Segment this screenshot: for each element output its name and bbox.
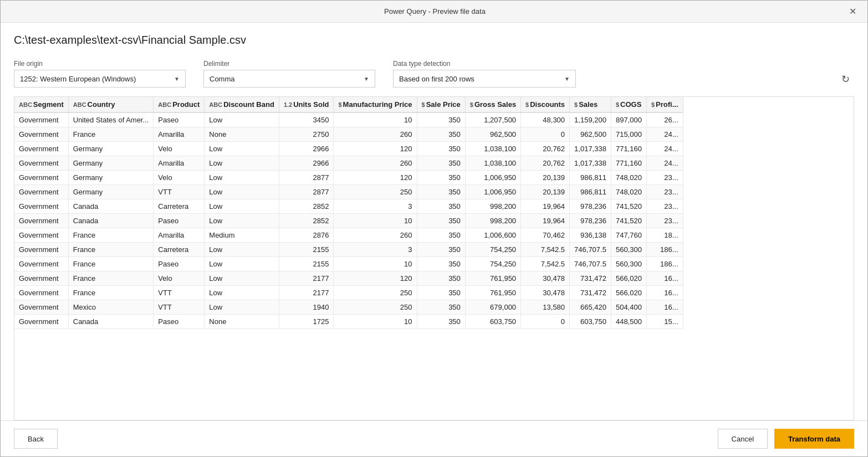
table-cell-7-7: 998,200 [465,214,520,228]
table-cell-2-5: 120 [334,142,417,156]
col-header-discounts[interactable]: $ Discounts [521,97,570,112]
table-cell-8-5: 260 [334,228,417,243]
table-cell-6-6: 350 [417,199,465,214]
table-cell-6-0: Government [14,199,68,214]
footer-right-buttons: Cancel Transform data [718,429,854,449]
table-cell-8-7: 1,006,600 [465,228,520,243]
table-row: GovernmentGermanyVTTLow28772503501,006,9… [14,185,683,199]
table-cell-14-1: Canada [68,315,154,329]
table-cell-4-1: Germany [68,171,154,185]
table-cell-8-9: 936,138 [570,228,611,243]
table-cell-13-0: Government [14,300,68,315]
table-cell-10-5: 10 [334,257,417,271]
table-cell-8-0: Government [14,228,68,243]
table-cell-13-2: VTT [154,300,205,315]
table-cell-2-0: Government [14,142,68,156]
table-cell-1-1: France [68,127,154,142]
col-label-product: Product [172,100,200,109]
table-cell-1-5: 260 [334,127,417,142]
table-cell-6-2: Carretera [154,199,205,214]
table-cell-13-6: 350 [417,300,465,315]
file-origin-select[interactable]: 1252: Western European (Windows) ▼ [14,70,186,88]
close-button[interactable]: ✕ [847,7,859,16]
data-table: ABC SegmentABC CountryABC ProductABC Dis… [14,97,683,329]
delimiter-label: Delimiter [203,60,375,68]
table-cell-12-2: VTT [154,286,205,300]
back-button[interactable]: Back [14,429,58,449]
delimiter-value: Comma [210,75,235,83]
table-cell-14-4: 1725 [279,315,334,329]
table-cell-2-10: 771,160 [611,142,646,156]
table-cell-14-7: 603,750 [465,315,520,329]
table-cell-11-3: Low [205,271,279,286]
col-header-sales[interactable]: $ Sales [570,97,611,112]
table-cell-2-8: 20,762 [521,142,570,156]
col-header-profit[interactable]: $ Profi... [646,97,683,112]
data-table-container[interactable]: ABC SegmentABC CountryABC ProductABC Dis… [14,96,854,420]
col-header-units_sold[interactable]: 1.2 Units Sold [279,97,334,112]
table-cell-9-10: 560,300 [611,243,646,257]
table-cell-10-1: France [68,257,154,271]
table-cell-5-3: Low [205,185,279,199]
table-cell-10-8: 7,542.5 [521,257,570,271]
title-bar: Power Query - Preview file data ✕ [1,1,867,23]
col-header-segment[interactable]: ABC Segment [14,97,68,112]
table-cell-0-4: 3450 [279,112,334,127]
table-cell-4-0: Government [14,171,68,185]
table-cell-11-11: 16... [646,271,683,286]
controls-row: File origin 1252: Western European (Wind… [14,60,854,88]
table-cell-11-4: 2177 [279,271,334,286]
table-cell-11-9: 731,472 [570,271,611,286]
table-cell-12-3: Low [205,286,279,300]
col-label-sales: Sales [579,100,598,109]
table-cell-6-4: 2852 [279,199,334,214]
data-type-select[interactable]: Based on first 200 rows ▼ [393,70,576,88]
table-cell-3-6: 350 [417,156,465,171]
table-cell-2-4: 2966 [279,142,334,156]
table-row: GovernmentFranceVeloLow2177120350761,950… [14,271,683,286]
cancel-button[interactable]: Cancel [718,429,768,449]
col-header-cogs[interactable]: $ COGS [611,97,646,112]
table-cell-11-0: Government [14,271,68,286]
transform-button[interactable]: Transform data [774,429,854,449]
table-cell-8-2: Amarilla [154,228,205,243]
table-row: GovernmentFranceAmarillaMedium2876260350… [14,228,683,243]
col-header-country[interactable]: ABC Country [68,97,154,112]
table-cell-0-0: Government [14,112,68,127]
col-header-mfg_price[interactable]: $ Manufacturing Price [334,97,417,112]
table-cell-0-2: Paseo [154,112,205,127]
table-cell-7-6: 350 [417,214,465,228]
table-cell-1-7: 962,500 [465,127,520,142]
col-type-icon-units_sold: 1.2 [284,101,292,108]
col-header-sale_price[interactable]: $ Sale Price [417,97,465,112]
table-cell-10-2: Paseo [154,257,205,271]
file-origin-chevron: ▼ [174,76,180,82]
table-cell-4-4: 2877 [279,171,334,185]
col-header-discount_band[interactable]: ABC Discount Band [205,97,279,112]
file-origin-label: File origin [14,60,186,68]
col-header-product[interactable]: ABC Product [154,97,205,112]
table-cell-0-8: 48,300 [521,112,570,127]
delimiter-select[interactable]: Comma ▼ [203,70,375,88]
file-path: C:\test-examples\text-csv\Financial Samp… [14,34,854,47]
table-cell-10-6: 350 [417,257,465,271]
table-row: GovernmentCanadaPaseoNone172510350603,75… [14,315,683,329]
table-cell-14-11: 15... [646,315,683,329]
table-row: GovernmentMexicoVTTLow1940250350679,0001… [14,300,683,315]
table-cell-7-3: Low [205,214,279,228]
table-cell-8-8: 70,462 [521,228,570,243]
table-cell-9-1: France [68,243,154,257]
refresh-button[interactable]: ↻ [837,71,854,88]
table-cell-2-11: 24... [646,142,683,156]
col-header-gross_sales[interactable]: $ Gross Sales [465,97,520,112]
table-cell-8-1: France [68,228,154,243]
table-cell-2-2: Velo [154,142,205,156]
table-row: GovernmentCanadaCarreteraLow28523350998,… [14,199,683,214]
table-cell-7-5: 10 [334,214,417,228]
table-cell-14-10: 448,500 [611,315,646,329]
table-cell-5-7: 1,006,950 [465,185,520,199]
table-cell-14-6: 350 [417,315,465,329]
table-cell-3-9: 1,017,338 [570,156,611,171]
table-cell-9-6: 350 [417,243,465,257]
table-cell-3-1: Germany [68,156,154,171]
